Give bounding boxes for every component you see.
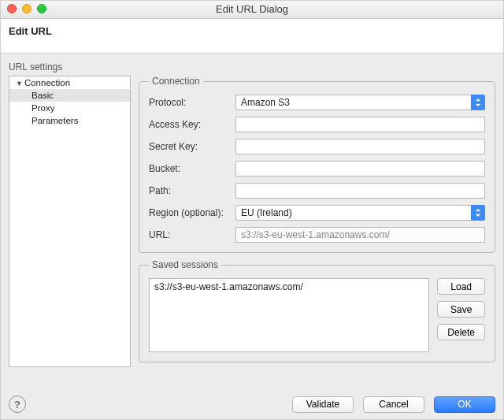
protocol-value: Amazon S3 — [235, 95, 485, 110]
close-window-button[interactable] — [7, 4, 17, 13]
secret-key-field[interactable] — [235, 139, 485, 154]
delete-button[interactable]: Delete — [437, 324, 485, 340]
url-field — [235, 227, 485, 243]
disclosure-triangle-icon: ▼ — [16, 80, 23, 87]
protocol-label: Protocol: — [149, 97, 235, 108]
saved-sessions-group: Saved sessions s3://s3-eu-west-1.amazona… — [139, 259, 495, 362]
access-key-label: Access Key: — [149, 119, 235, 130]
bucket-label: Bucket: — [149, 163, 235, 174]
secret-key-label: Secret Key: — [149, 141, 235, 152]
help-button[interactable]: ? — [9, 396, 26, 413]
path-label: Path: — [149, 185, 235, 196]
path-field[interactable] — [235, 183, 485, 199]
dialog-title: Edit URL — [9, 25, 52, 37]
saved-sessions-legend: Saved sessions — [149, 259, 221, 270]
tree-item-label: Proxy — [32, 103, 54, 113]
dropdown-arrows-icon — [471, 95, 485, 110]
tree-item-label: Basic — [32, 91, 54, 100]
cancel-button[interactable]: Cancel — [363, 396, 424, 413]
window-controls — [7, 4, 46, 13]
access-key-field[interactable] — [235, 117, 485, 132]
connection-group: Connection Protocol: Amazon S3 — [139, 76, 495, 253]
settings-tree[interactable]: ▼Connection Basic Proxy Parameters — [9, 76, 131, 367]
left-panel-title: URL settings — [9, 61, 495, 72]
load-button[interactable]: Load — [437, 278, 485, 295]
svg-marker-0 — [476, 98, 481, 101]
save-button[interactable]: Save — [437, 301, 485, 318]
url-label: URL: — [149, 229, 235, 240]
tree-item-basic[interactable]: Basic — [9, 89, 130, 102]
svg-marker-2 — [476, 209, 481, 211]
saved-sessions-list[interactable]: s3://s3-eu-west-1.amazonaws.com/ — [149, 278, 429, 352]
minimize-window-button[interactable] — [22, 4, 32, 13]
maximize-window-button[interactable] — [37, 4, 46, 13]
region-value: EU (Ireland) — [235, 205, 485, 221]
protocol-select[interactable]: Amazon S3 — [235, 95, 485, 110]
list-item[interactable]: s3://s3-eu-west-1.amazonaws.com/ — [150, 279, 428, 295]
tree-group-label: Connection — [24, 78, 70, 87]
tree-item-proxy[interactable]: Proxy — [9, 102, 130, 114]
window-title: Edit URL Dialog — [216, 3, 288, 15]
tree-item-parameters[interactable]: Parameters — [9, 114, 130, 127]
svg-marker-1 — [476, 104, 481, 106]
dropdown-arrows-icon — [471, 205, 485, 221]
titlebar: Edit URL Dialog — [1, 1, 503, 19]
tree-item-label: Parameters — [32, 116, 78, 125]
dialog-header: Edit URL — [1, 19, 503, 54]
ok-button[interactable]: OK — [434, 396, 495, 413]
connection-legend: Connection — [149, 76, 203, 87]
validate-button[interactable]: Validate — [292, 396, 354, 413]
region-label: Region (optional): — [149, 207, 235, 218]
svg-marker-3 — [476, 214, 481, 217]
region-select[interactable]: EU (Ireland) — [235, 205, 485, 221]
bucket-field[interactable] — [235, 161, 485, 177]
tree-group-connection[interactable]: ▼Connection — [9, 76, 130, 89]
question-mark-icon: ? — [14, 399, 20, 411]
edit-url-dialog: Edit URL Dialog Edit URL URL settings ▼C… — [0, 0, 504, 420]
